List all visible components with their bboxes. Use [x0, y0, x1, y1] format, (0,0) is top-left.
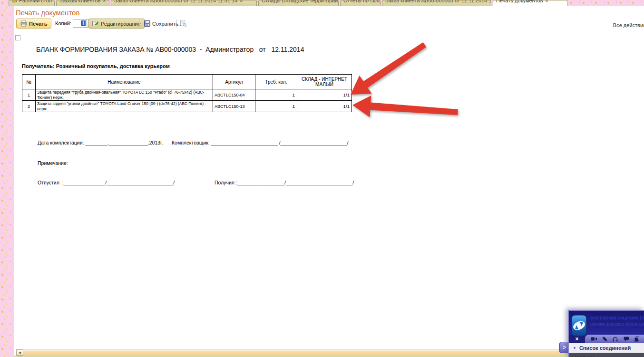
- copies-label: Копий:: [55, 20, 71, 26]
- teamviewer-panel: Бесплатная лицензия (тол екоммерческое и…: [568, 310, 644, 357]
- cell-article: ABCTLC150-13: [213, 101, 255, 112]
- desktop: { "tabs": [ { "label": "Рабочий стол" },…: [0, 0, 644, 357]
- tab-order-115125[interactable]: Заказ клиента АВ00-000003 от 12.11.2014 …: [382, 0, 491, 6]
- phone-icon[interactable]: [602, 337, 607, 342]
- tab-label: Заказ клиента АВ00-000003 от 12.11.2014 …: [114, 0, 237, 3]
- chevron-down-icon: ▼: [573, 346, 576, 350]
- released-line: Отпустил :_______________/______________…: [38, 180, 175, 185]
- headset-icon[interactable]: [613, 337, 618, 342]
- scrollbar-track[interactable]: [23, 349, 643, 356]
- video-camera-icon[interactable]: [591, 337, 597, 341]
- received-line: Получил :_________________/_____________…: [215, 180, 354, 185]
- note-label: Примечание:: [38, 160, 68, 166]
- picker-line: Комплектовщик: ________________________ …: [172, 140, 349, 145]
- tab-warehouses[interactable]: Склады (складские территории)×: [258, 0, 339, 6]
- assembly-date-line: Дата комплектации: ________.____________…: [38, 140, 163, 145]
- print-button-label: Печать: [29, 21, 47, 27]
- tab-label: Печать документов: [496, 0, 543, 3]
- close-icon[interactable]: ×: [103, 0, 106, 3]
- tab-print-documents[interactable]: Печать документов×: [493, 0, 567, 6]
- edit-toggle-button[interactable]: Редактирование: [88, 19, 145, 29]
- connections-list-label: Список соединений: [579, 345, 631, 351]
- tab-customer-orders[interactable]: Заказы клиентов×: [56, 0, 109, 6]
- table-row: 1 Защита передняя "труба двойная-овальна…: [22, 89, 352, 101]
- col-header-warehouse: СКЛАД - ИНТЕРНЕТ МАЛЫЙ: [297, 75, 352, 89]
- print-documents-window: Печать документов Печать Копий: 1 ▲ ▼ Ре…: [14, 6, 644, 357]
- teamviewer-logo: [571, 314, 587, 337]
- close-icon[interactable]: ×: [240, 0, 243, 3]
- preview-button[interactable]: [178, 19, 188, 28]
- print-form: БЛАНК ФОРМИРОВАНИЯ ЗАКАЗА № АВ00-000003 …: [14, 36, 644, 349]
- tab-bar: Рабочий стол× Заказы клиентов× Заказ кли…: [8, 0, 568, 6]
- app-icon: [12, 0, 17, 2]
- tab-desktop[interactable]: Рабочий стол×: [9, 0, 55, 6]
- close-icon[interactable]: ×: [546, 0, 548, 3]
- cell-name: Защита задняя "уголки двойные" TOYOTA La…: [36, 101, 213, 112]
- col-header-name: Наименование: [36, 75, 213, 89]
- cell-num: 1: [22, 89, 36, 101]
- toolbar-divider: [14, 34, 644, 34]
- tab-label: Заказы клиентов: [59, 0, 100, 3]
- horizontal-scrollbar[interactable]: ◀: [16, 349, 643, 356]
- table-row: 2 Защита задняя "уголки двойные" TOYOTA …: [22, 101, 352, 112]
- close-icon[interactable]: ×: [54, 0, 55, 3]
- col-header-qty: Треб. кол.: [255, 75, 297, 89]
- page-title: Печать документов: [16, 9, 79, 17]
- cell-qty: 1: [255, 89, 297, 101]
- connections-list-header[interactable]: ▼ Список соединений: [569, 343, 644, 353]
- tab-label: Склады (складские территории): [262, 0, 339, 3]
- recipient-line: Получатель: Розничный покупатель, достав…: [22, 63, 170, 69]
- chevron-right-icon: >: [563, 344, 566, 351]
- close-icon[interactable]: ×: [569, 335, 585, 343]
- cell-num: 2: [22, 101, 36, 112]
- toolbar: Печать Копий: 1 ▲ ▼ Редактирование Сохра…: [14, 19, 644, 30]
- preview-icon: [180, 20, 187, 27]
- cell-name: Защита передняя "труба двойная-овальная"…: [36, 89, 213, 101]
- save-icon: [144, 20, 150, 27]
- teamviewer-bottom-bar: 188.7/5.23 k: [569, 353, 644, 357]
- cell-warehouse: 1/1: [297, 101, 352, 112]
- cell-warehouse: 1/1: [297, 89, 352, 101]
- tab-label: Рабочий стол: [19, 0, 52, 3]
- table-header-row: № Наименование Артикул Треб. кол. СКЛАД …: [22, 75, 352, 89]
- all-actions-button[interactable]: Все действия: [613, 22, 644, 28]
- order-table: № Наименование Артикул Треб. кол. СКЛАД …: [22, 74, 352, 112]
- scroll-left-button[interactable]: ◀: [16, 349, 23, 356]
- teamviewer-toolbar: ×: [569, 335, 644, 343]
- col-header-article: Артикул: [213, 75, 255, 89]
- tab-warehouse-reports[interactable]: Отчеты по складу×: [340, 0, 381, 6]
- cell-article: ABCTLC150-04: [213, 89, 255, 101]
- cell-qty: 1: [255, 101, 297, 112]
- toolbar-separator: [139, 19, 140, 28]
- toolbar-separator: [176, 19, 177, 28]
- copies-value: 1: [81, 20, 86, 26]
- printer-icon: [20, 20, 27, 27]
- tab-order-115114[interactable]: Заказ клиента АВ00-000003 от 12.11.2014 …: [111, 0, 257, 6]
- copies-input[interactable]: 1: [73, 19, 87, 28]
- license-text: Бесплатная лицензия (тол екоммерческое и…: [590, 315, 644, 327]
- chat-icon[interactable]: [624, 337, 629, 341]
- copy-icon[interactable]: [634, 337, 639, 342]
- print-button[interactable]: Печать: [16, 19, 51, 29]
- scroll-left-icon: ◀: [19, 351, 21, 355]
- col-header-num: №: [22, 75, 36, 89]
- edit-button-label: Редактирование: [101, 21, 141, 27]
- order-form-title: БЛАНК ФОРМИРОВАНИЯ ЗАКАЗА № АВ00-000003 …: [36, 46, 304, 53]
- teamviewer-icon-strip: [585, 335, 644, 343]
- tab-label: Отчеты по складу: [343, 0, 381, 3]
- tab-label: Заказ клиента АВ00-000003 от 12.11.2014 …: [385, 0, 491, 3]
- teamviewer-header: Бесплатная лицензия (тол екоммерческое и…: [569, 311, 644, 335]
- edit-table-icon: [92, 20, 99, 27]
